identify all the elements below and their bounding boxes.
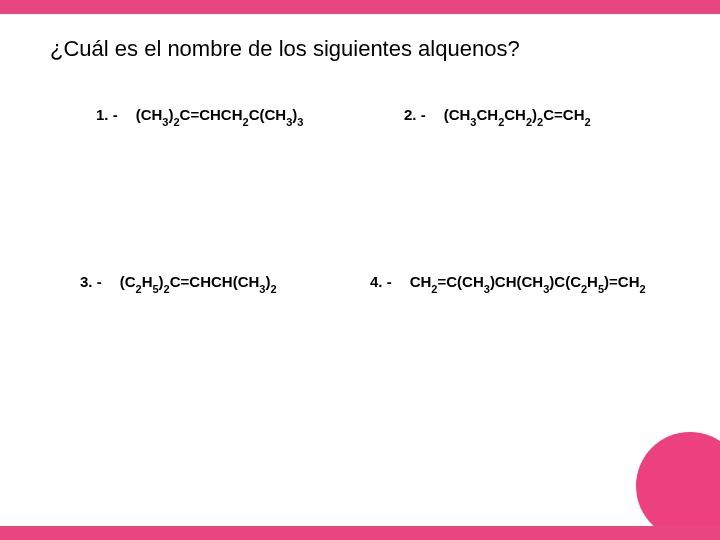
question-1-number: 1. - xyxy=(96,106,118,123)
question-4-number: 4. - xyxy=(370,273,392,290)
question-2-number: 2. - xyxy=(404,106,426,123)
question-3-number: 3. - xyxy=(80,273,102,290)
question-4-formula: CH2=C(CH3)CH(CH3)C(C2H5)=CH2 xyxy=(410,273,646,290)
question-3: 3. - (C2H5)2C=CHCH(CH3)2 xyxy=(80,273,370,290)
question-1-formula: (CH3)2C=CHCH2C(CH3)3 xyxy=(136,106,304,123)
question-1: 1. - (CH3)2C=CHCH2C(CH3)3 xyxy=(96,106,404,123)
row-1: 1. - (CH3)2C=CHCH2C(CH3)3 2. - (CH3CH2CH… xyxy=(50,106,686,123)
question-2-formula: (CH3CH2CH2)2C=CH2 xyxy=(444,106,591,123)
row-2: 3. - (C2H5)2C=CHCH(CH3)2 4. - CH2=C(CH3)… xyxy=(50,273,686,290)
question-3-formula: (C2H5)2C=CHCH(CH3)2 xyxy=(120,273,277,290)
question-2: 2. - (CH3CH2CH2)2C=CH2 xyxy=(404,106,591,123)
question-4: 4. - CH2=C(CH3)CH(CH3)C(C2H5)=CH2 xyxy=(370,273,646,290)
slide-title: ¿Cuál es el nombre de los siguientes alq… xyxy=(50,36,686,62)
slide-content: ¿Cuál es el nombre de los siguientes alq… xyxy=(0,14,720,526)
